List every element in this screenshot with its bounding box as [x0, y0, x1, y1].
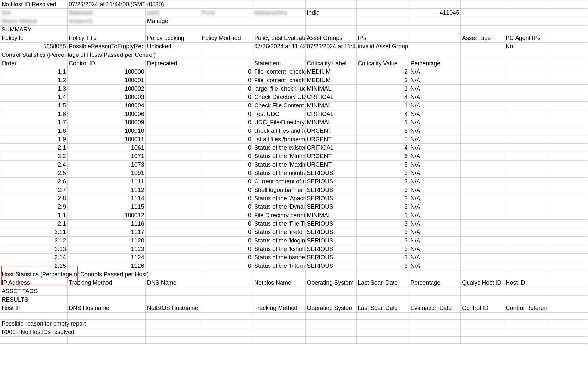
hdr-percentage: Percentage [409, 59, 461, 68]
cell-crit-value: 4 [356, 144, 409, 152]
cell-deprecated: 0 [200, 127, 253, 135]
cell-percentage: N/A [409, 228, 461, 237]
cell-statement: Status of the 'kshell' (I [253, 245, 305, 254]
cell-percentage: N/A [409, 85, 461, 93]
cell-control-id: 1112 [68, 186, 146, 194]
cell-control-id: 100011 [68, 135, 146, 144]
cell-crit-label: URGENT [306, 152, 357, 161]
cell-control-id: 1071 [68, 152, 146, 161]
hdr-os-r: Operating System [306, 304, 357, 313]
hdr-dns-hostname: DNS Hostname [68, 304, 146, 313]
cell-crit-value: 1 [356, 102, 409, 110]
hdr-pc-agent-ips: PC Agent IPs [504, 34, 548, 43]
cell-percentage: N/A [409, 135, 461, 144]
cell-deprecated: 0 [200, 194, 253, 203]
cell-percentage: N/A [409, 262, 461, 270]
cell-deprecated: 0 [200, 262, 253, 270]
cell-deprecated: 0 [200, 228, 253, 237]
cell-crit-label: SERIOUS [306, 178, 357, 186]
cell-crit-value: 3 [356, 194, 409, 203]
hdr-tracking-method-r: Tracking Method [253, 304, 305, 313]
cell-statement: Check File Content UI [253, 102, 305, 110]
cell-order: 2.12 [0, 237, 68, 245]
hdr-tracking-method: Tracking Method [68, 279, 146, 287]
section-asset-tags: ASSET TAGS [0, 287, 68, 296]
hdr-asset-tags: Asset Tags [461, 34, 504, 43]
cell-control-id: 100010 [68, 127, 146, 135]
cell-crit-value: 3 [356, 245, 409, 254]
cell-crit-label: CRITICAL [306, 144, 357, 152]
cell-control-id: 1120 [68, 237, 146, 245]
cell-statement: Status of the 'Internet [253, 262, 305, 270]
cell-policy-title: PossibleReasonToEmptyReport [68, 43, 146, 51]
hdr-ips: IPs [356, 34, 409, 43]
cell-crit-label: MINIMAL [306, 102, 357, 110]
cell-control-id: 100002 [68, 85, 146, 93]
cell-percentage: N/A [409, 194, 461, 203]
cell-statement: File_content_check_u [253, 76, 305, 85]
cell-statement: list all files /home/mn [253, 135, 305, 144]
cell-statement: UDC_File/Directory P [253, 118, 305, 127]
cell-statement: Status of the 'Maximu [253, 161, 305, 169]
cell-statement: Status of the 'klogin' s [253, 237, 305, 245]
cell-crit-label: CRITICAL [306, 93, 357, 102]
cell-crit-label: SERIOUS [306, 220, 357, 228]
cell-crit-value: 4 [356, 110, 409, 118]
cell-crit-value: 1 [356, 211, 409, 220]
cell-crit-value: 2 [356, 68, 409, 76]
cell-crit-label: SERIOUS [306, 203, 357, 211]
cell-order: 2.1 [0, 220, 68, 228]
hdr-netbios-hostname: NetBIOS Hostname [145, 304, 200, 313]
hdr-policy-id: Policy Id [0, 34, 68, 43]
cell-crit-value: 2 [356, 76, 409, 85]
cell-crit-label: SERIOUS [306, 228, 357, 237]
cell-order: 2.6 [0, 178, 68, 186]
cell-crit-value: 3 [356, 254, 409, 262]
cell-crit-label: SERIOUS [306, 186, 357, 194]
cell-statement: File Directory permiss [253, 211, 305, 220]
cell-control-id: 1117 [68, 228, 146, 237]
cell-percentage: N/A [409, 220, 461, 228]
hdr-control-ref: Control Referen [504, 304, 548, 313]
cell-control-id: 100012 [68, 211, 146, 220]
cell-statement: Current content of the [253, 178, 305, 186]
cell-order: 1.7 [0, 118, 68, 127]
section-control-stats: Control Statistics (Percentage of Hosts … [0, 51, 200, 59]
cell-statement: Status of the existenc [253, 144, 305, 152]
cell-crit-value: 3 [356, 186, 409, 194]
hdr-order: Order [0, 59, 68, 68]
cell-crit-label: CRITICAL [306, 110, 357, 118]
cell-order: 1.4 [0, 93, 68, 102]
cell-deprecated: 0 [200, 161, 253, 169]
cell-crit-value: 3 [356, 169, 409, 178]
hdr-last-scan: Last Scan Date [356, 279, 409, 287]
cell-timestamp: 07/26/2024 at 11:44:00 (GMT+0530) [68, 0, 200, 9]
cell-control-id: 100009 [68, 118, 146, 127]
cell-deprecated: 0 [200, 118, 253, 127]
cell-order: 2.7 [0, 186, 68, 194]
cell-statement: Shell logon banner in ' [253, 186, 305, 194]
cell-statement: large_file_check_udc [253, 85, 305, 93]
cell-crit-label: SERIOUS [306, 237, 357, 245]
cell-crit-value: 3 [356, 220, 409, 228]
cell-order: 2.15 [0, 262, 68, 270]
cell-crit-label: MINIMAL [306, 211, 357, 220]
cell-order: 1.3 [0, 85, 68, 93]
cell-percentage: N/A [409, 118, 461, 127]
cell-percentage: N/A [409, 127, 461, 135]
cell-order: 1.8 [0, 127, 68, 135]
cell-crit-label: URGENT [306, 161, 357, 169]
cell-order: 2.8 [0, 194, 68, 203]
cell-crit-value: 5 [356, 135, 409, 144]
cell-deprecated: 0 [200, 203, 253, 211]
cell-asset-groups: invalid Asset Group [356, 43, 409, 51]
cell-control-id: 1124 [68, 254, 146, 262]
hdr-last-scan-r: Last Scan Date [356, 304, 409, 313]
cell-deprecated: 0 [200, 110, 253, 118]
cell-deprecated: 0 [200, 85, 253, 93]
reason-label: Possible reason for empty report [0, 320, 146, 328]
cell-statement: Status of the 'Minimur [253, 152, 305, 161]
cell-statement: Test UDC [253, 110, 305, 118]
cell-policy-last-eval: 07/26/2024 at 11:43: [306, 43, 357, 51]
cell-control-id: 100004 [68, 102, 146, 110]
